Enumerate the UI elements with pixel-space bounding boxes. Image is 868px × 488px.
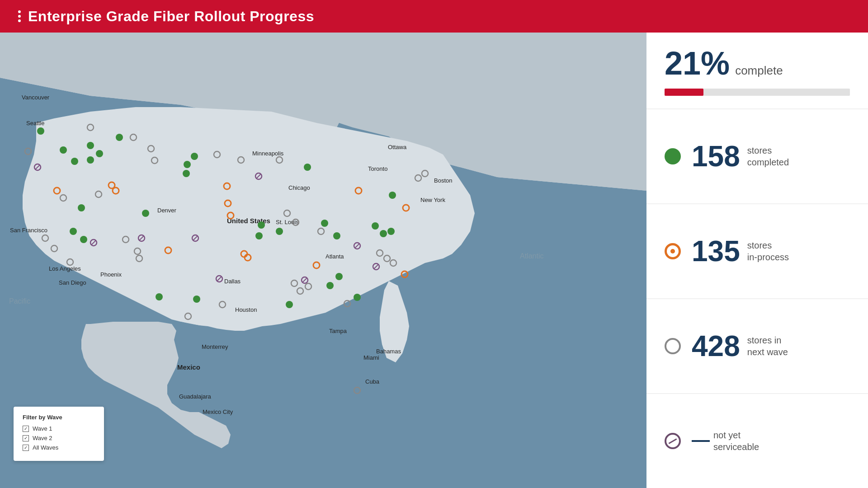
filter-wave1[interactable]: ✓ Wave 1 — [23, 425, 95, 432]
svg-text:Miami: Miami — [363, 354, 379, 361]
completion-percent: 21% — [665, 47, 730, 80]
svg-point-32 — [87, 156, 94, 164]
svg-point-36 — [78, 204, 85, 211]
svg-point-55 — [387, 228, 395, 235]
notyet-stat-card: not yet serviceable — [646, 394, 868, 488]
right-panel: 21% complete 158 stores completed — [646, 33, 868, 488]
main-layout: Pacific Atlantic Vancouver Seattle San F… — [0, 33, 868, 488]
progress-bar-background — [665, 89, 850, 96]
inprocess-icon — [665, 243, 681, 259]
inprocess-text: stores in-process — [747, 239, 789, 263]
not-yet-dash — [692, 440, 710, 442]
svg-text:Toronto: Toronto — [368, 165, 387, 172]
svg-text:New York: New York — [420, 197, 445, 203]
svg-text:Phoenix: Phoenix — [100, 271, 122, 278]
svg-point-53 — [372, 222, 379, 230]
svg-text:Boston: Boston — [434, 177, 452, 184]
svg-point-41 — [184, 161, 191, 168]
svg-text:Houston: Houston — [235, 306, 257, 313]
completed-label2: completed — [747, 156, 789, 168]
header-dot-1 — [18, 10, 21, 13]
notyet-label2: serviceable — [713, 441, 759, 453]
svg-point-50 — [333, 232, 340, 239]
svg-point-51 — [335, 273, 343, 280]
header-dot-2 — [18, 15, 21, 18]
svg-text:Monterrey: Monterrey — [202, 343, 228, 350]
svg-point-29 — [37, 127, 44, 135]
inprocess-label1: stores — [747, 239, 789, 251]
notyet-text: not yet serviceable — [713, 429, 759, 453]
no-service-icon — [665, 433, 681, 449]
filter-title: Filter by Wave — [23, 414, 95, 421]
svg-point-37 — [70, 228, 77, 235]
filter-wave1-label: Wave 1 — [33, 425, 52, 432]
svg-text:Atlantic: Atlantic — [520, 252, 543, 260]
notyet-label1: not yet — [713, 429, 759, 441]
nextwave-icon — [665, 338, 681, 354]
header: Enterprise Grade Fiber Rollout Progress — [0, 0, 868, 33]
gray-ring-icon — [665, 338, 681, 354]
page-title: Enterprise Grade Fiber Rollout Progress — [28, 8, 314, 25]
svg-text:San Diego: San Diego — [59, 279, 86, 286]
svg-point-30 — [60, 146, 67, 154]
completion-row: 21% complete — [665, 47, 850, 80]
svg-point-38 — [80, 236, 87, 243]
percent-number: 21 — [665, 45, 701, 81]
svg-point-45 — [255, 232, 263, 239]
inprocess-content: 135 stores in-process — [692, 237, 789, 266]
filter-wave2[interactable]: ✓ Wave 2 — [23, 435, 95, 441]
filter-allwaves-label: All Waves — [33, 444, 58, 451]
map-area: Pacific Atlantic Vancouver Seattle San F… — [0, 33, 646, 488]
completed-count: 158 — [692, 142, 740, 171]
svg-text:Chicago: Chicago — [288, 184, 310, 191]
svg-point-35 — [87, 142, 94, 149]
header-dot-3 — [18, 19, 21, 22]
svg-point-47 — [286, 301, 293, 308]
filter-wave1-checkbox[interactable]: ✓ — [23, 426, 29, 432]
svg-point-46 — [276, 228, 283, 235]
svg-point-57 — [354, 294, 361, 301]
completion-label: complete — [735, 64, 783, 78]
svg-text:San Francisco: San Francisco — [10, 227, 47, 234]
nextwave-label1: stores in — [747, 334, 788, 346]
inprocess-label2: in-process — [747, 251, 789, 263]
completed-icon — [665, 148, 681, 164]
progress-bar-fill — [665, 89, 703, 96]
nextwave-text: stores in next wave — [747, 334, 788, 358]
filter-wave2-label: Wave 2 — [33, 435, 52, 441]
filter-allwaves[interactable]: ✓ All Waves — [23, 444, 95, 451]
green-dot-icon — [665, 148, 681, 164]
notyet-icon — [665, 433, 681, 449]
svg-text:Bahamas: Bahamas — [376, 348, 401, 355]
svg-text:Ottawa: Ottawa — [388, 144, 407, 150]
filter-wave2-checkbox[interactable]: ✓ — [23, 435, 29, 441]
percent-symbol: % — [701, 45, 730, 81]
svg-text:Minneapolis: Minneapolis — [252, 150, 284, 157]
svg-point-33 — [96, 150, 103, 157]
svg-point-56 — [389, 192, 396, 199]
completed-label1: stores — [747, 145, 789, 156]
svg-point-40 — [191, 153, 198, 160]
nextwave-count: 428 — [692, 332, 740, 361]
filter-panel: Filter by Wave ✓ Wave 1 ✓ Wave 2 ✓ All W… — [14, 407, 104, 461]
filter-allwaves-checkbox[interactable]: ✓ — [23, 445, 29, 451]
svg-point-44 — [258, 221, 265, 229]
svg-text:Atlanta: Atlanta — [326, 253, 344, 260]
svg-point-54 — [380, 230, 387, 237]
svg-text:Mexico City: Mexico City — [203, 408, 233, 415]
header-decoration — [18, 10, 21, 22]
svg-point-34 — [116, 134, 123, 141]
svg-point-43 — [193, 296, 200, 303]
svg-point-49 — [321, 220, 328, 227]
svg-text:Mexico: Mexico — [177, 363, 200, 371]
inprocess-stat-card: 135 stores in-process — [646, 204, 868, 298]
svg-text:Vancouver: Vancouver — [22, 94, 50, 101]
svg-text:Pacific: Pacific — [9, 297, 30, 305]
completed-text: stores completed — [747, 145, 789, 168]
svg-text:Tampa: Tampa — [329, 328, 347, 334]
svg-text:Guadalajara: Guadalajara — [179, 393, 212, 400]
svg-point-42 — [183, 170, 190, 177]
svg-point-58 — [156, 293, 163, 300]
nextwave-content: 428 stores in next wave — [692, 332, 788, 361]
orange-ring-icon — [665, 243, 681, 259]
